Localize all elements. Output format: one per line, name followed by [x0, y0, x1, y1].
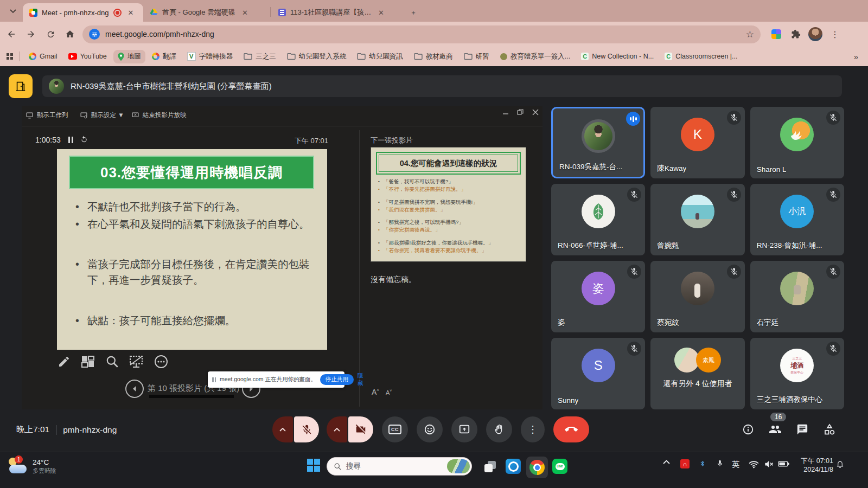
extension-colored-icon[interactable]: [768, 26, 784, 42]
bookmark-folder-login[interactable]: 幼兒園登入系統: [283, 50, 351, 63]
chrome-taskbar-icon[interactable]: [526, 457, 548, 478]
all-slides-icon[interactable]: [79, 352, 97, 371]
bookmarks-overflow-icon[interactable]: »: [854, 52, 858, 61]
participant-tile[interactable]: 小汎 RN-238-曾如汎-埔...: [750, 184, 844, 255]
site-info-icon[interactable]: [89, 29, 100, 40]
participant-tile[interactable]: 蔡宛紋: [650, 261, 744, 332]
bookmark-classroomscreen[interactable]: CClassroomscreen |...: [660, 50, 742, 62]
bookmark-folder-vendor[interactable]: 教材廠商: [410, 50, 457, 63]
input-language-indicator[interactable]: 英: [732, 460, 739, 470]
bookmark-new-collection[interactable]: CNew Collection - N...: [577, 50, 658, 62]
wifi-icon[interactable]: [749, 460, 759, 468]
people-panel-icon[interactable]: 16: [769, 423, 782, 436]
camera-off-button[interactable]: [348, 416, 373, 442]
timer-pause-icon[interactable]: [68, 137, 73, 143]
participant-tile[interactable]: RN-039吳嘉慧-台...: [551, 107, 645, 178]
chat-panel-icon[interactable]: [796, 423, 808, 435]
participant-tile[interactable]: 三之三 埔酒 教保中心 三之三埔酒教保中心: [750, 338, 844, 409]
next-slide-preview[interactable]: 04.您可能會遇到這樣的狀況 「爸爸，我可不可以玩手機?」 「不行，你要先把拼圖…: [371, 147, 526, 262]
notification-bell-icon[interactable]: [836, 459, 844, 468]
reload-button[interactable]: [42, 26, 59, 42]
bookmark-folder-323[interactable]: 三之三: [239, 50, 280, 63]
minimize-icon[interactable]: [502, 109, 509, 115]
participant-tile[interactable]: 姿 姿: [551, 261, 645, 332]
bluetooth-icon[interactable]: [699, 459, 706, 468]
weather-widget[interactable]: 1 24°C多雲時陰: [8, 457, 56, 476]
mic-mute-button[interactable]: [294, 416, 319, 442]
restore-icon[interactable]: [517, 109, 524, 115]
bookmark-youtube[interactable]: YouTube: [64, 50, 111, 62]
more-options-icon[interactable]: [152, 352, 170, 371]
tab-close-icon[interactable]: ✕: [376, 8, 386, 17]
apps-grid-icon[interactable]: [7, 53, 13, 60]
participant-tile[interactable]: S Sunny: [551, 338, 645, 409]
extensions-puzzle-icon[interactable]: [788, 26, 804, 42]
avira-tray-icon[interactable]: ∩: [680, 459, 690, 468]
participant-tile[interactable]: RN-066-卓世婷-埔...: [551, 184, 645, 255]
tab-close-icon[interactable]: ✕: [126, 8, 136, 17]
meet-home-button[interactable]: [9, 74, 33, 98]
bookmark-gmail[interactable]: Gmail: [24, 50, 62, 62]
battery-icon[interactable]: [778, 461, 789, 467]
tab-close-icon[interactable]: ✕: [240, 8, 250, 17]
close-icon[interactable]: [532, 109, 539, 115]
bookmark-folder-training[interactable]: 研習: [459, 50, 494, 63]
taskbar-clock[interactable]: 下午 07:01 2024/11/8: [791, 457, 833, 474]
camera-options-chevron[interactable]: [327, 416, 347, 442]
taskbar-search[interactable]: 搜尋: [327, 457, 472, 476]
hide-banner-button[interactable]: 隱藏: [358, 372, 363, 387]
timer-restart-icon[interactable]: [80, 136, 88, 143]
bookmark-folder-info[interactable]: 幼兒園資訊: [353, 50, 407, 63]
participant-count-badge: 16: [770, 413, 786, 421]
zoom-slide-icon[interactable]: [103, 352, 122, 371]
tab-slides[interactable]: 113-1社區親職講座【孩子盧 ✕: [272, 3, 400, 22]
display-settings-button[interactable]: 顯示設定 ▼: [80, 111, 124, 119]
outlook-icon[interactable]: [506, 459, 521, 474]
activities-icon[interactable]: [823, 423, 836, 436]
bookmark-sso[interactable]: 教育體系單一簽入...: [496, 50, 575, 63]
back-button[interactable]: [3, 26, 20, 42]
leave-call-button[interactable]: [553, 416, 589, 442]
forward-button[interactable]: [23, 26, 39, 42]
tab-search-icon[interactable]: [5, 4, 21, 19]
tray-mic-icon[interactable]: [716, 459, 724, 468]
participant-tile[interactable]: K 陳Kaway: [650, 107, 744, 178]
scrollbar-strip[interactable]: [149, 395, 234, 398]
task-view-icon[interactable]: [484, 461, 497, 473]
profile-avatar[interactable]: [807, 26, 824, 42]
mic-options-chevron[interactable]: [272, 416, 293, 442]
more-options-button[interactable]: ⋮: [521, 416, 545, 442]
notes-font-size-buttons[interactable]: A˄ A˅: [372, 388, 392, 396]
meeting-info-icon[interactable]: [742, 423, 754, 435]
present-button[interactable]: [451, 416, 477, 442]
tab-drive[interactable]: 首頁 - Google 雲端硬碟 ✕: [143, 3, 269, 22]
black-screen-icon[interactable]: [127, 352, 145, 371]
raise-hand-button[interactable]: [486, 416, 512, 442]
pen-tool-icon[interactable]: [55, 352, 73, 371]
end-slideshow-button[interactable]: 結束投影片放映: [132, 111, 187, 119]
show-taskbar-button[interactable]: 顯示工作列: [26, 111, 68, 119]
bookmark-translate[interactable]: 翻譯: [148, 50, 181, 63]
browser-menu-icon[interactable]: ⋮: [827, 26, 843, 42]
presenting-banner[interactable]: RN-039吳嘉慧-台中市樹德非營利幼兒園 (分享螢幕畫面): [42, 75, 842, 97]
pause-share-icon[interactable]: [212, 377, 216, 382]
line-app-icon[interactable]: LINE: [552, 459, 567, 474]
bookmark-font-converter[interactable]: V字體轉換器: [183, 50, 238, 63]
previous-slide-button[interactable]: [125, 380, 144, 398]
stop-sharing-button[interactable]: 停止共用: [320, 374, 354, 385]
home-button[interactable]: [62, 26, 78, 42]
captions-button[interactable]: CC: [382, 416, 408, 442]
reactions-button[interactable]: [417, 416, 443, 442]
bookmark-star-icon[interactable]: ☆: [746, 29, 754, 40]
address-bar[interactable]: meet.google.com/pmh-nhzx-dng ☆: [82, 25, 761, 43]
new-tab-button[interactable]: ＋: [406, 5, 421, 20]
volume-muted-icon[interactable]: [764, 460, 774, 468]
participant-tile[interactable]: 曾婉甄: [650, 184, 744, 255]
participant-tile[interactable]: Sharon L: [750, 107, 844, 178]
participant-overflow-tile[interactable]: 素鳳 還有另外 4 位使用者: [650, 338, 744, 409]
start-button[interactable]: [307, 459, 320, 472]
bookmark-maps[interactable]: 地圖: [113, 50, 145, 63]
tab-meet[interactable]: Meet - pmh-nhzx-dng ✕: [23, 3, 143, 22]
tray-chevron-icon[interactable]: [663, 460, 670, 464]
participant-tile[interactable]: 石宇廷: [750, 261, 844, 332]
